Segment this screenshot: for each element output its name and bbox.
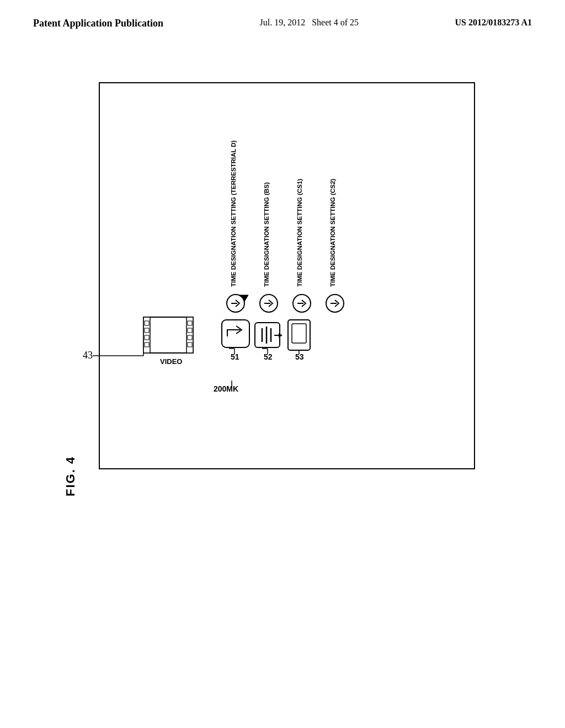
device-51-box <box>222 320 249 347</box>
svg-rect-6 <box>188 335 192 340</box>
label-terrestrial: TIME DESIGNATION SETTING (TERRESTRIAL D) <box>230 140 237 287</box>
ref-43-label: 43 <box>83 350 93 361</box>
figure-diagram: 43 VIDEO 200MK 51 52 53 <box>33 66 530 645</box>
publication-number: US 2012/0183273 A1 <box>455 17 532 29</box>
svg-rect-2 <box>145 335 149 340</box>
svg-rect-4 <box>188 321 192 325</box>
svg-rect-3 <box>145 342 149 347</box>
svg-rect-0 <box>145 321 149 325</box>
label-cs2: TIME DESIGNATION SETTING (CS2) <box>329 179 336 287</box>
publication-date: Jul. 19, 2012 <box>259 18 305 27</box>
publication-title: Patent Application Publication <box>33 17 163 30</box>
label-bs: TIME DESIGNATION SETTING (BS) <box>263 182 270 287</box>
page-header: Patent Application Publication Jul. 19, … <box>0 0 565 30</box>
svg-rect-5 <box>188 328 192 333</box>
ref-200mk-label: 200MK <box>214 384 238 393</box>
video-label: VIDEO <box>160 357 182 366</box>
svg-rect-1 <box>145 328 149 333</box>
svg-rect-17 <box>292 324 306 343</box>
ref-53-label: 53 <box>295 352 304 361</box>
video-device-outer <box>143 317 193 353</box>
svg-rect-7 <box>188 342 192 347</box>
sheet-info: Sheet 4 of 25 <box>312 18 359 27</box>
publication-date-sheet: Jul. 19, 2012 Sheet 4 of 25 <box>259 17 359 29</box>
fig-label: FIG. 4 <box>63 456 77 496</box>
ref-51-label: 51 <box>231 352 239 361</box>
label-cs1: TIME DESIGNATION SETTING (CS1) <box>296 179 303 287</box>
diagram-border <box>99 83 475 469</box>
ref-52-label: 52 <box>264 352 273 361</box>
